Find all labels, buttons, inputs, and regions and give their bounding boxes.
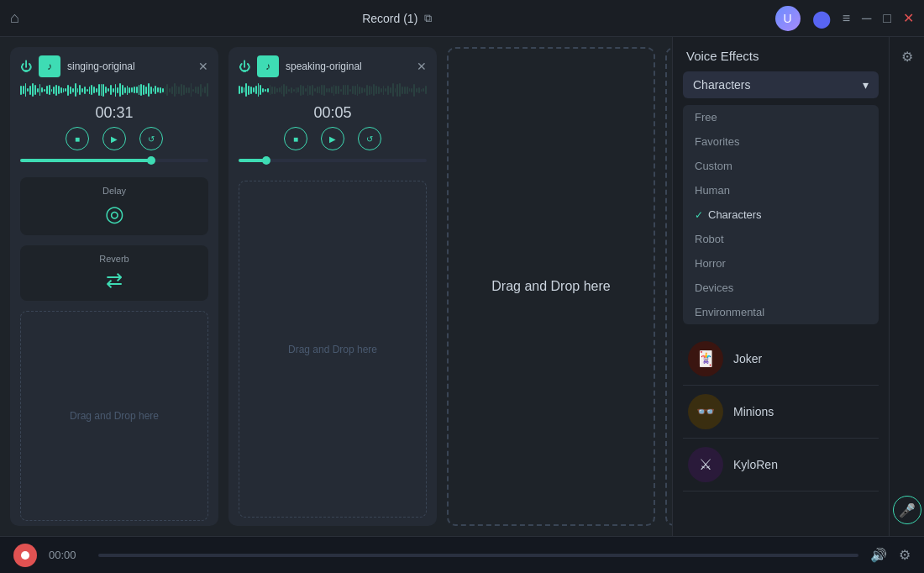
delay-label: Delay [102,186,126,196]
add-audio-source[interactable]: + Add audio source [665,47,672,526]
characters-label: Characters [708,208,762,221]
ve-menu: Free Favorites Custom Human ✓ Characters… [683,105,879,324]
progress-handle-1 [147,156,155,165]
chevron-down-icon: ▾ [863,78,869,92]
replay-btn-1[interactable]: ↺ [139,127,163,150]
record-button[interactable] [13,544,37,567]
kyloren-icon: ⚔ [688,447,723,482]
record-dot [21,551,29,560]
minimize-icon[interactable]: ─ [862,11,871,26]
environmental-label: Environmental [695,306,764,318]
filter-icon[interactable]: ⚙ [901,49,913,65]
drag-drop-text-2: Drag and Drop here [288,344,377,355]
human-label: Human [695,184,730,197]
transport-2: ■ ▶ ↺ [228,127,437,150]
effect-delay[interactable]: Delay ◎ [20,177,208,235]
right-sidebar: ⚙ 🎤 [889,37,924,536]
titlebar-left: ⌂ [10,9,19,27]
ve-category-dropdown[interactable]: Characters ▾ [683,71,879,98]
progress-1[interactable] [20,159,208,162]
menu-item-environmental[interactable]: Environmental [683,300,879,324]
waveform-1 [20,82,208,97]
effect-minions[interactable]: 👓 Minions [683,386,879,439]
play-btn-1[interactable]: ▶ [102,127,126,150]
bottombar: 00:00 🔊 ⚙ [0,536,924,573]
playback-bar[interactable] [98,554,858,557]
close-card-2[interactable]: ✕ [417,60,427,73]
custom-label: Custom [695,160,732,172]
progress-track-1 [20,159,208,162]
titlebar: ⌂ Record (1) ⧉ U ⬤ ≡ ─ □ ✕ [0,0,924,37]
menu-item-custom[interactable]: Custom [683,154,879,178]
pip-icon[interactable]: ⧉ [424,12,432,25]
kyloren-name: KyloRen [733,458,778,471]
reverb-label: Reverb [99,254,129,264]
card1-header: ⏻ ♪ singing-original ✕ [10,47,218,82]
drag-drop-text-3: Drag and Drop here [491,279,610,294]
menu-item-horror[interactable]: Horror [683,251,879,276]
main-area: ⏻ ♪ singing-original ✕ 00:31 ■ ▶ ↺ [0,37,924,536]
progress-handle-2 [262,156,270,165]
ve-title: Voice Effects [673,37,889,71]
menu-item-devices[interactable]: Devices [683,276,879,300]
drag-drop-text-1: Drag and Drop here [70,410,159,422]
power-icon-2[interactable]: ⏻ [239,60,250,73]
track-name-1: singing-original [67,60,135,72]
menu-item-favorites[interactable]: Favorites [683,129,879,154]
progress-track-2 [239,159,427,162]
drag-drop-slot-1[interactable]: Drag and Drop here [20,311,208,521]
audio-card-drag[interactable]: Drag and Drop here [447,47,655,526]
devices-label: Devices [695,281,733,294]
time-display-1: 00:31 [10,104,218,122]
menu-item-characters[interactable]: ✓ Characters [683,202,879,227]
card2-header: ⏻ ♪ speaking-original ✕ [228,47,437,82]
progress-fill-2 [239,159,267,162]
track-name-2: speaking-original [286,60,362,72]
minions-name: Minions [733,405,774,418]
progress-fill-1 [20,159,152,162]
joker-icon: 🃏 [688,341,723,376]
power-icon-1[interactable]: ⏻ [20,60,32,73]
waveform-2 [239,82,427,97]
minions-icon: 👓 [688,394,723,429]
favorites-label: Favorites [695,135,739,148]
time-display-2: 00:05 [228,104,437,122]
audio-card-2: ⏻ ♪ speaking-original ✕ 00:05 ■ ▶ ↺ [228,47,437,526]
discord-icon[interactable]: ⬤ [812,8,831,29]
home-icon[interactable]: ⌂ [10,9,19,27]
joker-name: Joker [733,352,762,365]
menu-icon[interactable]: ≡ [843,11,850,26]
ve-dropdown-label: Characters [693,78,750,92]
drag-drop-slot-2[interactable]: Drag and Drop here [239,181,427,518]
stop-btn-2[interactable]: ■ [284,127,307,150]
transport-1: ■ ▶ ↺ [10,127,218,150]
menu-item-free[interactable]: Free [683,105,879,129]
effect-reverb[interactable]: Reverb ⇄ [20,245,208,301]
free-label: Free [695,111,717,124]
settings-icon[interactable]: ⚙ [899,547,911,563]
volume-icon[interactable]: 🔊 [870,547,887,563]
mic-button[interactable]: 🎤 [893,496,921,524]
app-title: Record (1) [362,12,417,25]
menu-item-robot[interactable]: Robot [683,227,879,251]
audio-sources-area: ⏻ ♪ singing-original ✕ 00:31 ■ ▶ ↺ [0,37,672,536]
avatar[interactable]: U [775,6,801,31]
check-icon: ✓ [695,209,703,221]
titlebar-center: Record (1) ⧉ [362,12,432,25]
effect-kyloren[interactable]: ⚔ KyloRen [683,439,879,492]
progress-2[interactable] [239,159,427,162]
close-card-1[interactable]: ✕ [198,60,208,73]
close-icon[interactable]: ✕ [903,10,914,26]
play-btn-2[interactable]: ▶ [321,127,344,150]
menu-item-human[interactable]: Human [683,178,879,202]
titlebar-right: U ⬤ ≡ ─ □ ✕ [775,6,914,31]
delay-icon: ◎ [105,201,124,227]
maximize-icon[interactable]: □ [883,11,891,26]
stop-btn-1[interactable]: ■ [66,127,89,150]
track-icon-2: ♪ [257,55,279,77]
track-icon-1: ♪ [39,55,60,77]
replay-btn-2[interactable]: ↺ [358,127,381,150]
robot-label: Robot [695,233,724,245]
effect-joker[interactable]: 🃏 Joker [683,333,879,386]
horror-label: Horror [695,257,726,270]
